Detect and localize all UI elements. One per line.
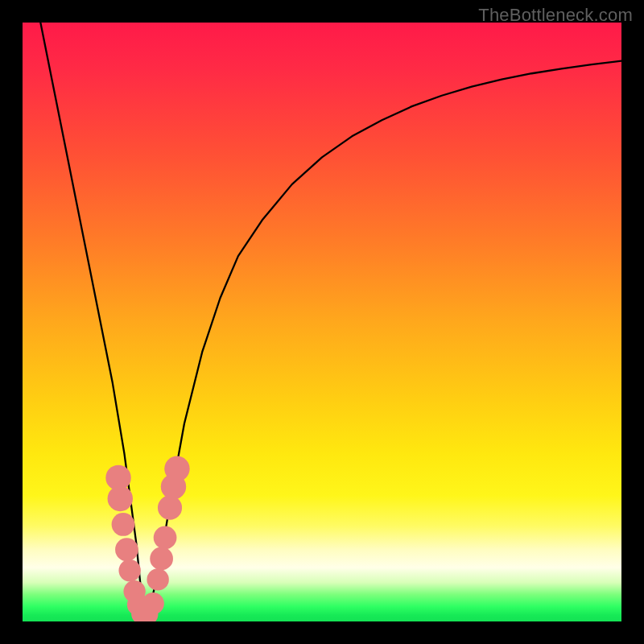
curve-marker bbox=[150, 547, 173, 571]
curve-marker bbox=[147, 568, 168, 590]
curve-marker bbox=[142, 592, 163, 614]
curve-marker bbox=[118, 559, 140, 581]
curve-marker bbox=[154, 526, 177, 549]
curve-marker bbox=[158, 496, 182, 520]
chart-svg bbox=[23, 23, 621, 621]
marker-group bbox=[105, 456, 189, 621]
plot-area bbox=[23, 23, 621, 621]
chart-frame: TheBottleneck.com bbox=[0, 0, 644, 644]
curve-marker bbox=[164, 456, 189, 481]
curve-marker bbox=[108, 486, 133, 511]
curve-marker bbox=[112, 513, 135, 536]
curve-marker bbox=[115, 538, 138, 561]
